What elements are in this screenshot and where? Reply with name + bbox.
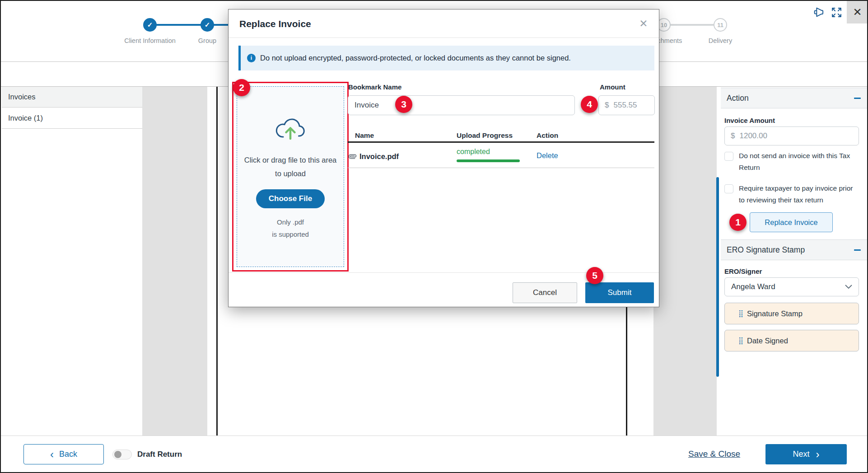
signature-stamp-drag-item[interactable]: ⣿ Signature Stamp <box>724 303 859 324</box>
action-section-title: Action <box>727 94 749 103</box>
currency-prefix: $ <box>599 101 609 110</box>
next-button[interactable]: Next › <box>765 444 847 464</box>
chevron-down-icon <box>845 282 852 291</box>
modal-close-button[interactable]: ✕ <box>637 17 650 30</box>
info-banner-text: Do not upload encrypted, password-protec… <box>260 54 571 62</box>
upload-highlight-outline: Click or drag file to this area to uploa… <box>232 82 349 272</box>
step-number: 11 <box>717 22 723 28</box>
collapse-icon[interactable] <box>854 249 861 251</box>
ero-signer-label: ERO/Signer <box>724 267 762 275</box>
draft-return-toggle[interactable] <box>112 450 132 459</box>
column-header-progress: Upload Progress <box>457 131 513 140</box>
invoice-amount-value: 1200.00 <box>739 131 767 140</box>
annotation-badge-3: 3 <box>395 96 412 113</box>
upload-instruction: Click or drag file to this area to uploa… <box>244 154 337 180</box>
step-number: 10 <box>661 22 667 28</box>
checkbox-no-invoice[interactable] <box>724 152 733 161</box>
checkbox-require-pay[interactable] <box>724 184 733 193</box>
checkbox-require-pay-label: Require taxpayer to pay invoice prior to… <box>739 183 860 206</box>
upload-dropzone[interactable]: Click or drag file to this area to uploa… <box>237 86 344 267</box>
table-header-rule <box>348 141 654 143</box>
sidebar-header-invoices: Invoices <box>2 87 142 108</box>
action-section-header[interactable]: Action <box>721 88 868 108</box>
cloud-upload-icon <box>273 114 308 144</box>
ero-signer-select[interactable]: Angela Ward <box>724 277 859 296</box>
amount-value: 555.55 <box>613 101 637 110</box>
currency-prefix: $ <box>725 131 735 140</box>
next-label: Next <box>793 450 809 459</box>
collapse-icon[interactable] <box>854 98 861 99</box>
invoice-amount-label: Invoice Amount <box>724 117 775 124</box>
cancel-button[interactable]: Cancel <box>513 282 577 303</box>
viewer-gutter-right <box>653 87 717 436</box>
upload-progress-bar <box>457 159 520 162</box>
sidebar-header-label: Invoices <box>8 93 36 101</box>
bookmark-name-label: Bookmark Name <box>348 83 401 91</box>
close-icon: ✕ <box>853 6 862 19</box>
upload-note-line1: Only .pdf <box>272 216 309 228</box>
replace-invoice-modal: Replace Invoice ✕ i Do not upload encryp… <box>228 9 659 307</box>
chevron-right-icon: › <box>816 449 820 460</box>
info-banner: i Do not upload encrypted, password-prot… <box>238 46 654 70</box>
annotation-badge-4: 4 <box>581 96 598 113</box>
ero-signer-value: Angela Ward <box>731 282 775 291</box>
modal-header-divider <box>229 37 659 38</box>
submit-button[interactable]: Submit <box>585 282 654 303</box>
upload-note: Only .pdf is supported <box>272 216 309 240</box>
invoice-amount-input[interactable]: $ 1200.00 <box>724 126 859 145</box>
panel-scrollbar-thumb[interactable] <box>716 177 719 377</box>
chevron-left-icon: ‹ <box>50 449 54 460</box>
viewer-gutter-left <box>142 87 207 436</box>
ero-section-header[interactable]: ERO Signature Stamp <box>721 239 868 260</box>
sidebar-item-label: Invoice (1) <box>8 114 43 122</box>
annotation-badge-5: 5 <box>586 267 603 284</box>
window-close-button[interactable]: ✕ <box>847 1 868 23</box>
step-client-information-label: Client Information <box>121 36 179 46</box>
save-and-close-link[interactable]: Save & Close <box>688 449 740 459</box>
footer-bar: ‹ Back Draft Return Save & Close Next › <box>1 436 868 473</box>
app-window: ✓ Client Information ✓ Group 10 Attachme… <box>0 0 868 473</box>
modal-title: Replace Invoice <box>239 19 311 29</box>
sidebar-item-invoice-1[interactable]: Invoice (1) <box>2 108 142 129</box>
draft-return-label: Draft Return <box>137 450 182 459</box>
date-signed-drag-item[interactable]: ⣿ Date Signed <box>724 330 859 351</box>
back-button[interactable]: ‹ Back <box>23 444 104 464</box>
toggle-knob <box>114 451 121 458</box>
column-header-name: Name <box>355 131 374 140</box>
bookmark-name-input[interactable] <box>348 95 575 115</box>
step-delivery-circle[interactable]: 11 <box>714 18 727 32</box>
signature-stamp-label: Signature Stamp <box>747 309 803 318</box>
table-row-divider <box>348 168 654 168</box>
amount-label: Amount <box>600 83 625 91</box>
checkbox-no-invoice-label: Do not send an invoice with this Tax Ret… <box>739 150 857 173</box>
drag-handle-icon[interactable]: ⣿ <box>738 337 742 345</box>
annotation-badge-2: 2 <box>233 79 250 96</box>
delete-link[interactable]: Delete <box>537 151 558 160</box>
back-label: Back <box>59 450 77 459</box>
check-icon: ✓ <box>205 21 210 29</box>
step-group-circle[interactable]: ✓ <box>201 18 214 32</box>
step-client-information-circle[interactable]: ✓ <box>143 18 157 32</box>
annotation-badge-1: 1 <box>729 214 747 231</box>
date-signed-label: Date Signed <box>747 337 788 345</box>
paperclip-icon <box>349 153 356 162</box>
upload-status: completed <box>457 148 490 156</box>
stepper-connector-upcoming <box>669 24 714 26</box>
fullscreen-expand-icon[interactable] <box>831 7 842 20</box>
replace-invoice-button[interactable]: Replace Invoice <box>750 212 833 232</box>
upload-note-line2: is supported <box>272 229 309 240</box>
amount-input[interactable]: $ 555.55 <box>598 95 655 115</box>
file-name: Invoice.pdf <box>359 152 399 161</box>
check-icon: ✓ <box>147 21 153 29</box>
column-header-action: Action <box>537 131 558 140</box>
choose-file-button[interactable]: Choose File <box>256 189 325 208</box>
ero-section-title: ERO Signature Stamp <box>727 245 805 255</box>
close-icon: ✕ <box>639 18 648 30</box>
step-delivery-label: Delivery <box>691 36 750 46</box>
announcement-megaphone-icon[interactable] <box>812 6 825 20</box>
drag-handle-icon[interactable]: ⣿ <box>738 309 742 318</box>
info-icon: i <box>247 54 256 62</box>
stepper-connector-done <box>154 24 204 26</box>
document-page-left-edge <box>216 87 218 436</box>
